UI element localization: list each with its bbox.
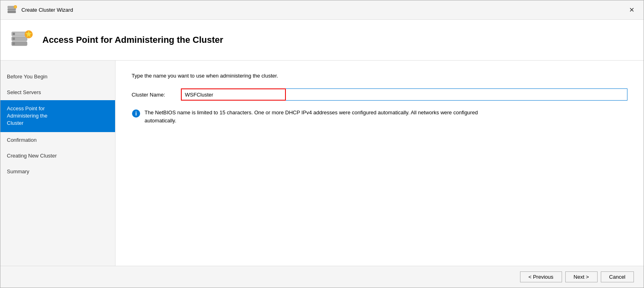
wizard-header-icon xyxy=(10,28,34,52)
sidebar-item-access-point[interactable]: Access Point forAdministering theCluster xyxy=(0,100,115,132)
svg-text:i: i xyxy=(135,110,137,117)
cluster-name-input-wrapper xyxy=(181,88,627,101)
create-cluster-wizard-dialog: Create Cluster Wizard ✕ Access Point for… xyxy=(0,0,644,288)
sidebar-item-before-you-begin[interactable]: Before You Begin xyxy=(0,69,115,84)
close-button[interactable]: ✕ xyxy=(626,4,637,16)
cluster-name-input-extended[interactable] xyxy=(286,88,627,101)
wizard-header: Access Point for Administering the Clust… xyxy=(0,20,644,61)
content-description: Type the name you want to use when admin… xyxy=(132,73,627,79)
sidebar-item-confirmation[interactable]: Confirmation xyxy=(0,132,115,148)
next-button[interactable]: Next > xyxy=(565,271,598,282)
wizard-header-title: Access Point for Administering the Clust… xyxy=(42,35,223,45)
svg-rect-1 xyxy=(8,8,16,11)
title-bar: Create Cluster Wizard ✕ xyxy=(0,0,644,20)
wizard-footer: < Previous Next > Cancel xyxy=(0,266,644,288)
sidebar-item-select-servers[interactable]: Select Servers xyxy=(0,84,115,100)
sidebar-item-creating-new-cluster[interactable]: Creating New Cluster xyxy=(0,148,115,164)
cluster-name-row: Cluster Name: xyxy=(132,88,627,101)
info-icon: i xyxy=(132,109,141,118)
info-box: i The NetBIOS name is limited to 15 char… xyxy=(132,109,495,124)
wizard-sidebar: Before You Begin Select Servers Access P… xyxy=(0,61,115,266)
wizard-body: Before You Begin Select Servers Access P… xyxy=(0,61,644,266)
svg-rect-6 xyxy=(13,33,15,35)
svg-rect-10 xyxy=(13,42,15,45)
svg-rect-8 xyxy=(13,38,15,40)
previous-button[interactable]: < Previous xyxy=(520,271,562,282)
cluster-name-input[interactable] xyxy=(181,88,286,101)
wizard-main-content: Type the name you want to use when admin… xyxy=(115,61,644,266)
cluster-name-label: Cluster Name: xyxy=(132,92,176,98)
cancel-button[interactable]: Cancel xyxy=(601,271,634,282)
title-bar-left: Create Cluster Wizard xyxy=(7,4,73,16)
svg-rect-2 xyxy=(8,11,16,13)
title-bar-text: Create Cluster Wizard xyxy=(21,7,73,13)
info-text: The NetBIOS name is limited to 15 charac… xyxy=(145,109,495,124)
sidebar-item-summary[interactable]: Summary xyxy=(0,164,115,179)
wizard-title-icon xyxy=(7,4,18,16)
